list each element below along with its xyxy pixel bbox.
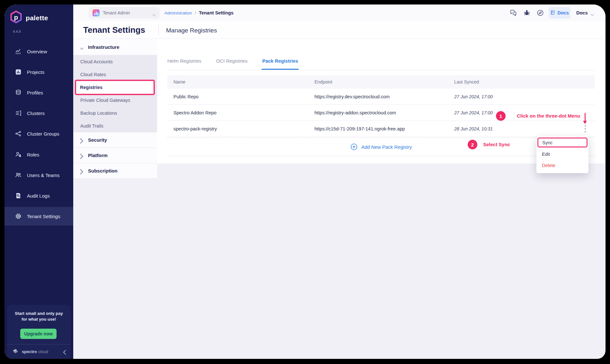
- annotation-arrow-head-icon: [583, 121, 587, 124]
- tab-oci-registries[interactable]: OCI Registries: [216, 58, 248, 64]
- bug-report-icon[interactable]: [523, 9, 531, 17]
- chevron-down-icon: [80, 45, 84, 49]
- sidebar-item-tenant-settings[interactable]: Tenant Settings: [4, 207, 73, 226]
- sidebar-item-audit-logs[interactable]: Audit Logs: [4, 186, 73, 205]
- settings-item-label: Cloud Rates: [80, 72, 106, 77]
- page-subtitle: Manage Registries: [166, 27, 217, 34]
- sidebar-item-clusters[interactable]: Clusters: [4, 104, 73, 122]
- section-infrastructure[interactable]: Infrastructure: [73, 39, 157, 55]
- settings-item-label: Private Cloud Gateways: [80, 98, 130, 103]
- sidebar-item-label: Tenant Settings: [27, 214, 60, 219]
- palette-logo-icon: p: [10, 10, 22, 26]
- plus-circle-icon: [350, 143, 358, 150]
- settings-item-label: Audit Trails: [80, 123, 103, 129]
- tenant-selector-label: Tenant Admin: [103, 10, 130, 15]
- column-last-synced: Last Synced: [454, 79, 595, 84]
- sidebar-item-profiles[interactable]: Profiles: [4, 83, 73, 102]
- settings-item-cloud-accounts[interactable]: Cloud Accounts: [73, 55, 157, 68]
- breadcrumb-administration[interactable]: Administration: [164, 11, 192, 15]
- compass-icon[interactable]: [536, 9, 544, 17]
- upgrade-message: Start small and only pay for what you us…: [7, 311, 71, 322]
- users-teams-icon: [15, 172, 22, 178]
- tab-pack-registries[interactable]: Pack Registries: [262, 58, 298, 64]
- docs-dropdown-label: Docs: [576, 10, 588, 15]
- tab-helm-registries[interactable]: Helm Registries: [167, 58, 201, 64]
- sidebar-item-projects[interactable]: Projects: [4, 63, 73, 81]
- app-window: p palette 4.4.9 Overview Projects Profil…: [4, 4, 606, 359]
- pack-registries-table: Name Endpoint Last Synced Public Repo ht…: [167, 75, 595, 137]
- annotation-step2-text: Select Sync: [483, 142, 510, 147]
- sidebar-item-label: Overview: [27, 49, 47, 54]
- registry-endpoint: https://registry-addon.spectrocloud.com: [314, 110, 454, 115]
- context-menu-delete[interactable]: Delete: [536, 161, 588, 170]
- title-divider: [158, 25, 159, 35]
- collapse-sidebar-icon[interactable]: [63, 350, 66, 354]
- chevron-down-icon: [590, 12, 594, 14]
- upgrade-panel: Start small and only pay for what you us…: [7, 305, 71, 359]
- registry-endpoint: https://c15d-71-209-197-141.ngrok-free.a…: [314, 126, 454, 131]
- breadcrumb: Administration / Tenant Settings: [164, 4, 234, 21]
- context-menu-sync[interactable]: Sync: [537, 138, 588, 147]
- docs-dropdown[interactable]: Docs: [576, 4, 594, 21]
- sidebar-item-roles[interactable]: Roles: [4, 145, 73, 164]
- settings-item-audit-trails[interactable]: Audit Trails: [73, 120, 157, 132]
- sidebar-item-label: Projects: [27, 69, 44, 75]
- annotation-step2-badge: 2: [468, 140, 477, 149]
- settings-item-label: Backup Locations: [80, 111, 117, 116]
- settings-item-label: Registries: [80, 85, 102, 90]
- footer-brand-secondary: cloud: [38, 349, 48, 354]
- sidebar-item-label: Cluster Groups: [27, 131, 59, 137]
- sidebar-item-users-teams[interactable]: Users & Teams: [4, 166, 73, 184]
- audit-logs-icon: [15, 192, 22, 199]
- chevron-down-icon: [152, 12, 156, 14]
- docs-button[interactable]: Docs: [549, 7, 570, 19]
- table-header: Name Endpoint Last Synced: [167, 75, 595, 89]
- spectro-cloud-logo-icon: [12, 348, 19, 356]
- context-menu-edit[interactable]: Edit: [536, 149, 588, 159]
- primary-sidebar: p palette 4.4.9 Overview Projects Profil…: [4, 4, 73, 359]
- breadcrumb-separator: /: [195, 11, 196, 15]
- settings-item-private-cloud-gateways[interactable]: Private Cloud Gateways: [73, 94, 157, 107]
- registries-content: Helm Registries OCI Registries Pack Regi…: [157, 39, 606, 164]
- add-new-pack-registry-button[interactable]: Add New Pack Registry: [167, 138, 595, 156]
- settings-item-cloud-rates[interactable]: Cloud Rates: [73, 68, 157, 81]
- three-dot-menu-icon[interactable]: [584, 125, 586, 134]
- svg-text:p: p: [14, 13, 18, 21]
- registries-highlight-box[interactable]: Registries: [75, 80, 155, 95]
- sidebar-item-label: Users & Teams: [27, 173, 59, 178]
- settings-item-registries[interactable]: Registries: [73, 81, 157, 94]
- annotation-step1-badge: 1: [496, 111, 506, 121]
- section-platform[interactable]: Platform: [73, 148, 157, 163]
- profiles-icon: [15, 89, 22, 96]
- sidebar-item-cluster-groups[interactable]: Cluster Groups: [4, 124, 73, 143]
- tenant-scope-selector[interactable]: Tenant Admin: [89, 7, 160, 19]
- upgrade-now-button[interactable]: Upgrade now: [20, 329, 57, 339]
- chat-icon[interactable]: [509, 9, 517, 17]
- sidebar-item-label: Audit Logs: [27, 193, 50, 199]
- section-label: Security: [88, 137, 107, 143]
- column-name: Name: [173, 79, 314, 84]
- breadcrumb-current: Tenant Settings: [199, 10, 234, 15]
- registry-last-synced: 28 Jun 2024, 10:31: [454, 126, 595, 131]
- annotation-arrow-icon: [585, 113, 586, 121]
- docs-button-label: Docs: [557, 10, 569, 15]
- sidebar-item-label: Profiles: [27, 90, 43, 95]
- section-security[interactable]: Security: [73, 132, 157, 148]
- settings-item-backup-locations[interactable]: Backup Locations: [73, 107, 157, 120]
- tenant-admin-icon: [93, 9, 100, 16]
- registry-name: Public Repo: [173, 94, 314, 99]
- projects-icon: [15, 69, 22, 75]
- chevron-right-icon: [80, 169, 84, 173]
- sidebar-item-overview[interactable]: Overview: [4, 42, 73, 61]
- tenant-settings-icon: [15, 213, 22, 219]
- settings-item-label: Cloud Accounts: [80, 59, 113, 64]
- brand-name: palette: [26, 14, 48, 22]
- section-subscription[interactable]: Subscription: [73, 163, 157, 179]
- add-button-label: Add New Pack Registry: [361, 144, 412, 150]
- annotation-step1-text: Click on the three-dot Menu: [517, 113, 580, 119]
- chevron-right-icon: [80, 138, 84, 142]
- topbar: Tenant Admin Administration / Tenant Set…: [73, 4, 606, 21]
- overview-icon: [15, 48, 22, 55]
- registry-endpoint: https://registry.dev.spectrocloud.com: [314, 94, 454, 99]
- sidebar-item-label: Roles: [27, 152, 39, 157]
